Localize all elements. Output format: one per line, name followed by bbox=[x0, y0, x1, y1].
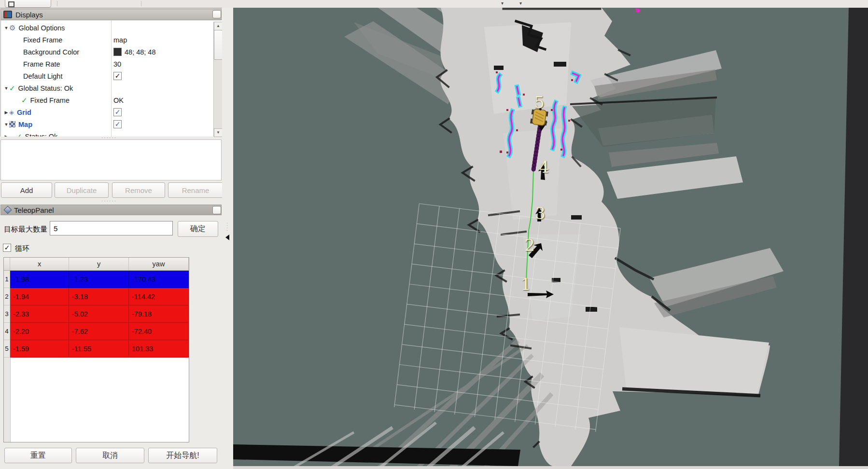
tree-row-background-color[interactable]: Background Color bbox=[1, 46, 214, 58]
teleop-panel-titlebar[interactable]: TeleopPanel bbox=[0, 205, 222, 215]
tree-row-label: Fixed Frame bbox=[23, 36, 62, 44]
3d-viewport[interactable]: 1 2 3 4 5 bbox=[233, 8, 868, 469]
scrollbar-thumb[interactable] bbox=[214, 30, 223, 60]
splitter-dots: ···· bbox=[226, 222, 228, 232]
grid-enabled-checkbox[interactable]: ✓ bbox=[113, 108, 122, 116]
map-enabled-checkbox[interactable]: ✓ bbox=[113, 120, 122, 128]
table-row[interactable]: 2 -1.94 -3.18 -114.42 bbox=[4, 288, 189, 305]
duplicate-button[interactable]: Duplicate bbox=[55, 182, 109, 198]
cell-x: -2.20 bbox=[10, 323, 69, 340]
cell-x: -2.33 bbox=[10, 305, 69, 323]
tree-row-label: Grid bbox=[17, 109, 31, 116]
tree-row-label: Global Status: Ok bbox=[18, 84, 73, 92]
cell-y: -3.18 bbox=[69, 288, 129, 305]
tree-row-grid[interactable]: ▶ ◈ Grid bbox=[1, 106, 214, 118]
expander-icon[interactable]: ▼ bbox=[3, 26, 9, 30]
reset-button[interactable]: 重置 bbox=[4, 448, 72, 463]
table-corner bbox=[4, 258, 10, 271]
tree-value-fixed-frame[interactable]: map bbox=[113, 34, 127, 46]
status-ok-icon: ✓ bbox=[9, 84, 15, 93]
displays-property-tree: ▼ ⚙ Global Options Fixed Frame map Backg… bbox=[0, 20, 223, 137]
tree-row-label: Frame Rate bbox=[23, 60, 60, 68]
waypoint-label-5: 5 bbox=[534, 93, 545, 112]
tree-row-label: Global Options bbox=[18, 24, 65, 32]
rename-button[interactable]: Rename bbox=[168, 182, 223, 198]
displays-panel-titlebar[interactable]: Displays bbox=[0, 9, 222, 20]
waypoint-label-4: 4 bbox=[539, 157, 549, 177]
cell-yaw: -114.42 bbox=[129, 288, 189, 305]
cell-x: -1.59 bbox=[10, 340, 69, 358]
column-header-yaw[interactable]: yaw bbox=[129, 258, 189, 271]
start-navigation-button[interactable]: 开始导航! bbox=[148, 448, 217, 463]
teleop-float-button[interactable] bbox=[212, 206, 221, 214]
cell-y: -7.62 bbox=[69, 323, 129, 340]
default-light-checkbox[interactable]: ✓ bbox=[113, 72, 122, 80]
confirm-button[interactable]: 确定 bbox=[178, 221, 218, 237]
loop-checkbox[interactable]: ✓ bbox=[3, 244, 11, 252]
column-header-y[interactable]: y bbox=[69, 258, 129, 271]
tree-row-global-options[interactable]: ▼ ⚙ Global Options bbox=[1, 22, 214, 34]
tree-row-fixed-frame-status[interactable]: ✓ Fixed Frame bbox=[1, 94, 214, 106]
cell-yaw: 101.33 bbox=[129, 340, 189, 358]
scan-speck bbox=[636, 9, 640, 12]
add-button[interactable]: Add bbox=[1, 182, 52, 198]
expander-icon[interactable]: ▼ bbox=[3, 122, 9, 127]
tree-row-label: Background Color bbox=[23, 48, 79, 56]
scroll-up-icon[interactable]: ▲ bbox=[214, 22, 223, 30]
dock-splitter[interactable]: ···· bbox=[222, 8, 233, 469]
table-row[interactable]: 3 -2.33 -5.02 -79.18 bbox=[4, 305, 189, 323]
cell-y: -11.55 bbox=[69, 340, 129, 358]
status-ok-icon: ✓ bbox=[21, 96, 28, 105]
toolbar-separator bbox=[57, 1, 57, 6]
column-header-x[interactable]: x bbox=[10, 258, 69, 271]
displays-panel-title: Displays bbox=[15, 11, 43, 19]
occupancy-map-render bbox=[233, 8, 868, 469]
property-description-pane bbox=[0, 139, 222, 180]
toolbar-dropdown-icon[interactable]: ▾ bbox=[519, 0, 522, 6]
toolbar-dropdown-icon[interactable]: ▾ bbox=[501, 0, 504, 6]
expander-icon[interactable]: ▶ bbox=[3, 134, 9, 137]
map-display-icon bbox=[9, 121, 15, 127]
waypoint-label-1: 1 bbox=[520, 275, 531, 294]
max-goals-input[interactable]: 5 bbox=[50, 221, 173, 235]
expander-icon[interactable]: ▶ bbox=[3, 110, 9, 115]
expander-icon[interactable]: ▼ bbox=[3, 86, 9, 91]
tree-row-label: Map bbox=[18, 121, 32, 128]
table-row[interactable]: 4 -2.20 -7.62 -72.40 bbox=[4, 323, 189, 340]
splitter-handle[interactable]: ······ bbox=[101, 198, 117, 204]
cell-yaw: -79.18 bbox=[129, 305, 189, 323]
tree-row-fixed-frame[interactable]: Fixed Frame bbox=[1, 34, 214, 46]
table-row[interactable]: 5 -1.59 -11.55 101.33 bbox=[4, 340, 189, 358]
displays-icon bbox=[3, 11, 12, 18]
tree-row-label: Fixed Frame bbox=[30, 97, 70, 104]
tree-value-fixed-frame-status: OK bbox=[113, 94, 124, 106]
tree-scrollbar[interactable]: ▲ ▼ bbox=[213, 22, 222, 137]
displays-float-button[interactable] bbox=[212, 10, 221, 18]
interact-tool-icon bbox=[8, 1, 14, 7]
tree-row-global-status[interactable]: ▼ ✓ Global Status: Ok bbox=[1, 82, 214, 94]
waypoint-label-3: 3 bbox=[535, 204, 546, 223]
collapse-panel-icon[interactable] bbox=[225, 234, 229, 240]
cell-x: -1.94 bbox=[10, 288, 69, 305]
gear-icon: ⚙ bbox=[9, 24, 15, 32]
tree-value-background-color[interactable]: 48; 48; 48 bbox=[113, 46, 156, 58]
tree-row-frame-rate[interactable]: Frame Rate bbox=[1, 58, 214, 70]
cancel-button[interactable]: 取消 bbox=[76, 448, 144, 463]
tree-row-default-light[interactable]: Default Light bbox=[1, 70, 214, 82]
cell-y: -5.02 bbox=[69, 305, 129, 323]
status-ok-icon: ✓ bbox=[16, 132, 22, 137]
cell-yaw: -170.43 bbox=[129, 271, 189, 288]
cell-x: -1.98 bbox=[10, 271, 69, 288]
grid-display-icon: ◈ bbox=[9, 109, 14, 116]
tool-button[interactable] bbox=[5, 0, 51, 8]
table-header-row: x y yaw bbox=[4, 258, 189, 271]
waypoint-table[interactable]: x y yaw 1 -1.98 -1.23 -170.43 2 -1.94 -3… bbox=[3, 257, 189, 442]
remove-button[interactable]: Remove bbox=[112, 182, 165, 198]
tree-value-frame-rate[interactable]: 30 bbox=[113, 58, 121, 70]
tree-row-map[interactable]: ▼ Map bbox=[1, 118, 214, 130]
loop-label: 循环 bbox=[15, 244, 29, 253]
table-row[interactable]: 1 -1.98 -1.23 -170.43 bbox=[4, 271, 189, 288]
scroll-down-icon[interactable]: ▼ bbox=[214, 128, 223, 137]
max-goals-label: 目标最大数量 bbox=[4, 225, 47, 234]
toolbar-strip: ▾ ▾ bbox=[0, 0, 868, 8]
